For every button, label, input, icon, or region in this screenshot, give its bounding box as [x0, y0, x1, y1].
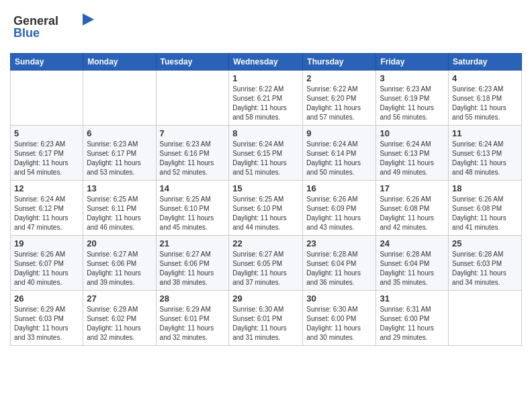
day-info: Sunrise: 6:23 AM Sunset: 6:17 PM Dayligh…	[87, 140, 152, 177]
day-number: 3	[380, 73, 445, 83]
calendar-cell: 1Sunrise: 6:22 AM Sunset: 6:21 PM Daylig…	[229, 71, 303, 126]
day-info: Sunrise: 6:24 AM Sunset: 6:14 PM Dayligh…	[306, 140, 372, 177]
calendar-cell	[11, 71, 83, 126]
calendar-cell: 31Sunrise: 6:31 AM Sunset: 6:00 PM Dayli…	[376, 291, 449, 346]
day-number: 27	[87, 293, 152, 304]
page: General Blue SundayMondayTuesdayWednesda…	[0, 0, 532, 411]
calendar-cell: 2Sunrise: 6:22 AM Sunset: 6:20 PM Daylig…	[303, 71, 376, 126]
calendar-week-row: 19Sunrise: 6:26 AM Sunset: 6:07 PM Dayli…	[11, 236, 522, 291]
calendar-cell: 28Sunrise: 6:29 AM Sunset: 6:01 PM Dayli…	[156, 291, 229, 346]
day-info: Sunrise: 6:30 AM Sunset: 6:01 PM Dayligh…	[232, 305, 299, 342]
calendar-cell: 4Sunrise: 6:23 AM Sunset: 6:18 PM Daylig…	[449, 71, 522, 126]
calendar-cell: 17Sunrise: 6:26 AM Sunset: 6:08 PM Dayli…	[376, 181, 449, 236]
day-number: 4	[452, 73, 518, 83]
day-number: 1	[232, 73, 299, 83]
day-info: Sunrise: 6:25 AM Sunset: 6:11 PM Dayligh…	[87, 195, 152, 232]
day-number: 26	[14, 293, 79, 304]
calendar-cell: 29Sunrise: 6:30 AM Sunset: 6:01 PM Dayli…	[229, 291, 303, 346]
day-info: Sunrise: 6:26 AM Sunset: 6:08 PM Dayligh…	[452, 195, 518, 232]
day-info: Sunrise: 6:26 AM Sunset: 6:07 PM Dayligh…	[14, 250, 79, 287]
day-number: 24	[380, 238, 445, 248]
header: General Blue	[10, 10, 522, 46]
day-number: 30	[306, 293, 372, 304]
day-info: Sunrise: 6:25 AM Sunset: 6:10 PM Dayligh…	[232, 195, 299, 232]
day-number: 15	[232, 183, 299, 193]
day-number: 10	[380, 128, 445, 138]
day-info: Sunrise: 6:22 AM Sunset: 6:20 PM Dayligh…	[306, 85, 372, 122]
day-number: 23	[306, 238, 372, 248]
day-info: Sunrise: 6:30 AM Sunset: 6:00 PM Dayligh…	[306, 305, 372, 342]
day-info: Sunrise: 6:31 AM Sunset: 6:00 PM Dayligh…	[380, 305, 445, 342]
calendar-week-row: 26Sunrise: 6:29 AM Sunset: 6:03 PM Dayli…	[11, 291, 522, 346]
calendar-cell: 14Sunrise: 6:25 AM Sunset: 6:10 PM Dayli…	[156, 181, 229, 236]
calendar-cell	[83, 71, 156, 126]
calendar-cell: 12Sunrise: 6:24 AM Sunset: 6:12 PM Dayli…	[11, 181, 83, 236]
day-number: 8	[232, 128, 299, 138]
calendar-week-row: 12Sunrise: 6:24 AM Sunset: 6:12 PM Dayli…	[11, 181, 522, 236]
day-info: Sunrise: 6:25 AM Sunset: 6:10 PM Dayligh…	[160, 195, 226, 232]
day-number: 9	[306, 128, 372, 138]
calendar-table: SundayMondayTuesdayWednesdayThursdayFrid…	[10, 53, 522, 346]
calendar-day-header: Tuesday	[156, 54, 229, 71]
day-info: Sunrise: 6:27 AM Sunset: 6:06 PM Dayligh…	[87, 250, 152, 287]
day-number: 12	[14, 183, 79, 193]
calendar-cell: 9Sunrise: 6:24 AM Sunset: 6:14 PM Daylig…	[303, 126, 376, 181]
calendar-cell	[156, 71, 229, 126]
day-number: 21	[160, 238, 226, 248]
logo: General Blue	[10, 10, 97, 46]
calendar-cell: 11Sunrise: 6:24 AM Sunset: 6:13 PM Dayli…	[449, 126, 522, 181]
day-info: Sunrise: 6:26 AM Sunset: 6:08 PM Dayligh…	[380, 195, 445, 232]
day-info: Sunrise: 6:23 AM Sunset: 6:19 PM Dayligh…	[380, 85, 445, 122]
day-number: 28	[160, 293, 226, 304]
calendar-cell: 5Sunrise: 6:23 AM Sunset: 6:17 PM Daylig…	[11, 126, 83, 181]
day-info: Sunrise: 6:27 AM Sunset: 6:06 PM Dayligh…	[160, 250, 226, 287]
calendar-cell: 30Sunrise: 6:30 AM Sunset: 6:00 PM Dayli…	[303, 291, 376, 346]
day-number: 7	[160, 128, 226, 138]
day-number: 31	[380, 293, 445, 304]
calendar-week-row: 5Sunrise: 6:23 AM Sunset: 6:17 PM Daylig…	[11, 126, 522, 181]
calendar-cell: 13Sunrise: 6:25 AM Sunset: 6:11 PM Dayli…	[83, 181, 156, 236]
calendar-cell: 23Sunrise: 6:28 AM Sunset: 6:04 PM Dayli…	[303, 236, 376, 291]
logo-svg: General Blue	[10, 10, 97, 44]
day-number: 29	[232, 293, 299, 304]
calendar-day-header: Monday	[83, 54, 156, 71]
calendar-cell: 27Sunrise: 6:29 AM Sunset: 6:02 PM Dayli…	[83, 291, 156, 346]
calendar-cell: 16Sunrise: 6:26 AM Sunset: 6:09 PM Dayli…	[303, 181, 376, 236]
day-info: Sunrise: 6:23 AM Sunset: 6:16 PM Dayligh…	[160, 140, 226, 177]
calendar-cell: 10Sunrise: 6:24 AM Sunset: 6:13 PM Dayli…	[376, 126, 449, 181]
day-info: Sunrise: 6:28 AM Sunset: 6:04 PM Dayligh…	[380, 250, 445, 287]
day-info: Sunrise: 6:27 AM Sunset: 6:05 PM Dayligh…	[232, 250, 299, 287]
day-info: Sunrise: 6:28 AM Sunset: 6:04 PM Dayligh…	[306, 250, 372, 287]
day-number: 25	[452, 238, 518, 248]
day-info: Sunrise: 6:24 AM Sunset: 6:13 PM Dayligh…	[452, 140, 518, 177]
calendar-cell: 7Sunrise: 6:23 AM Sunset: 6:16 PM Daylig…	[156, 126, 229, 181]
calendar-cell: 20Sunrise: 6:27 AM Sunset: 6:06 PM Dayli…	[83, 236, 156, 291]
day-number: 13	[87, 183, 152, 193]
calendar-day-header: Friday	[376, 54, 449, 71]
day-number: 16	[306, 183, 372, 193]
calendar-cell: 15Sunrise: 6:25 AM Sunset: 6:10 PM Dayli…	[229, 181, 303, 236]
calendar-week-row: 1Sunrise: 6:22 AM Sunset: 6:21 PM Daylig…	[11, 71, 522, 126]
day-number: 2	[306, 73, 372, 83]
calendar-cell: 24Sunrise: 6:28 AM Sunset: 6:04 PM Dayli…	[376, 236, 449, 291]
svg-marker-1	[83, 13, 94, 26]
day-number: 22	[232, 238, 299, 248]
svg-text:Blue: Blue	[13, 26, 40, 40]
day-info: Sunrise: 6:23 AM Sunset: 6:18 PM Dayligh…	[452, 85, 518, 122]
calendar-cell: 18Sunrise: 6:26 AM Sunset: 6:08 PM Dayli…	[449, 181, 522, 236]
calendar-day-header: Saturday	[449, 54, 522, 71]
svg-text:General: General	[13, 14, 58, 28]
day-info: Sunrise: 6:28 AM Sunset: 6:03 PM Dayligh…	[452, 250, 518, 287]
calendar-day-header: Sunday	[11, 54, 83, 71]
day-info: Sunrise: 6:29 AM Sunset: 6:02 PM Dayligh…	[87, 305, 152, 342]
day-info: Sunrise: 6:26 AM Sunset: 6:09 PM Dayligh…	[306, 195, 372, 232]
day-number: 20	[87, 238, 152, 248]
calendar-header-row: SundayMondayTuesdayWednesdayThursdayFrid…	[11, 54, 522, 71]
day-number: 18	[452, 183, 518, 193]
day-info: Sunrise: 6:23 AM Sunset: 6:17 PM Dayligh…	[14, 140, 79, 177]
day-info: Sunrise: 6:29 AM Sunset: 6:03 PM Dayligh…	[14, 305, 79, 342]
calendar-cell: 6Sunrise: 6:23 AM Sunset: 6:17 PM Daylig…	[83, 126, 156, 181]
calendar-cell: 22Sunrise: 6:27 AM Sunset: 6:05 PM Dayli…	[229, 236, 303, 291]
calendar-cell: 21Sunrise: 6:27 AM Sunset: 6:06 PM Dayli…	[156, 236, 229, 291]
calendar-day-header: Thursday	[303, 54, 376, 71]
